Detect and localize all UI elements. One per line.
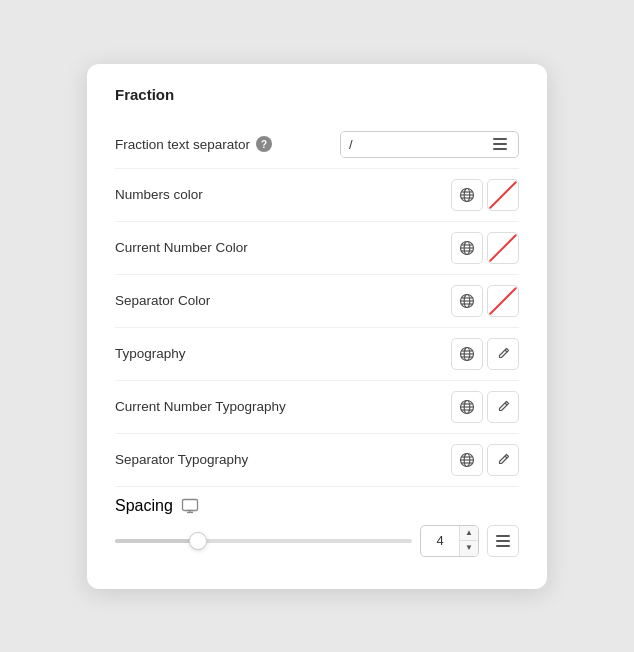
fraction-panel: Fraction Fraction text separator ? Numbe… [87,64,547,589]
row-controls-separator-typography [451,444,519,476]
row-label-current-number-typography: Current Number Typography [115,399,286,414]
row-label-fraction-text-separator: Fraction text separator ? [115,136,272,152]
current-number-typography-globe-button[interactable] [451,391,483,423]
globe-icon [459,346,475,362]
spacing-number-input-wrap: ▲ ▼ [420,525,479,557]
row-label-current-number-color: Current Number Color [115,240,248,255]
typography-pencil-button[interactable] [487,338,519,370]
row-label-typography: Typography [115,346,186,361]
spinner-buttons: ▲ ▼ [459,526,478,556]
spacing-label-row: Spacing [115,497,199,515]
current-number-color-globe-button[interactable] [451,232,483,264]
fraction-separator-input[interactable] [341,132,481,157]
current-number-typography-pencil-button[interactable] [487,391,519,423]
fraction-separator-input-wrap [340,131,519,158]
numbers-color-globe-button[interactable] [451,179,483,211]
slash-line [489,233,517,261]
row-controls-typography [451,338,519,370]
spinner-down-button[interactable]: ▼ [460,541,478,556]
numbers-color-slash-button[interactable] [487,179,519,211]
pencil-icon [496,346,511,361]
row-current-number-color: Current Number Color [115,222,519,275]
monitor-icon [181,497,199,515]
row-label-numbers-color: Numbers color [115,187,203,202]
row-label-separator-color: Separator Color [115,293,210,308]
separator-color-globe-button[interactable] [451,285,483,317]
slider-fill [115,539,198,543]
stack-icon [496,535,510,547]
globe-icon [459,293,475,309]
help-icon[interactable]: ? [256,136,272,152]
text-input-stack-button[interactable] [482,138,518,150]
row-controls-current-number-typography [451,391,519,423]
row-current-number-typography: Current Number Typography [115,381,519,434]
globe-icon [459,240,475,256]
globe-icon [459,399,475,415]
separator-color-slash-button[interactable] [487,285,519,317]
spinner-up-button[interactable]: ▲ [460,526,478,541]
row-typography: Typography [115,328,519,381]
row-numbers-color: Numbers color [115,169,519,222]
slash-line [489,180,517,208]
row-controls-current-number-color [451,232,519,264]
row-controls-numbers-color [451,179,519,211]
current-number-color-slash-button[interactable] [487,232,519,264]
row-label-separator-typography: Separator Typography [115,452,248,467]
pencil-icon [496,399,511,414]
separator-typography-globe-button[interactable] [451,444,483,476]
spacing-number-input[interactable] [421,529,459,552]
globe-icon [459,187,475,203]
pencil-icon [496,452,511,467]
slash-line [489,286,517,314]
typography-globe-button[interactable] [451,338,483,370]
spacing-controls-row: ▲ ▼ [115,525,519,557]
stack-icon [493,138,507,150]
spacing-stack-button[interactable] [487,525,519,557]
separator-typography-pencil-button[interactable] [487,444,519,476]
row-spacing: Spacing ▲ ▼ [115,487,519,561]
svg-rect-30 [182,499,197,510]
slider-thumb[interactable] [189,532,207,550]
spacing-slider-wrap [115,531,412,551]
row-controls-fraction-text-separator [340,131,519,158]
row-fraction-text-separator: Fraction text separator ? [115,121,519,169]
globe-icon [459,452,475,468]
row-controls-separator-color [451,285,519,317]
row-separator-color: Separator Color [115,275,519,328]
panel-title: Fraction [115,86,519,103]
slider-track [115,539,412,543]
spacing-label: Spacing [115,497,173,515]
row-separator-typography: Separator Typography [115,434,519,487]
